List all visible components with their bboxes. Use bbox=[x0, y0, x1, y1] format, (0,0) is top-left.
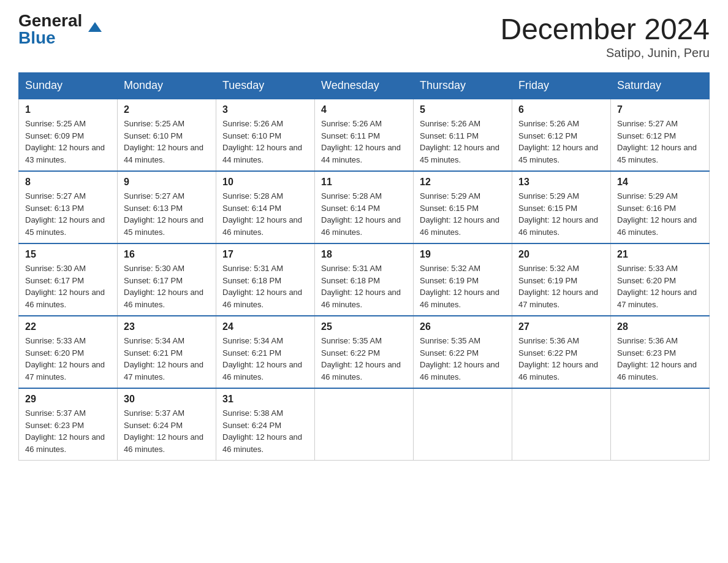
svg-marker-0 bbox=[88, 22, 102, 32]
calendar-cell: 17Sunrise: 5:31 AMSunset: 6:18 PMDayligh… bbox=[216, 243, 315, 316]
day-info: Sunrise: 5:29 AMSunset: 6:15 PMDaylight:… bbox=[518, 190, 604, 238]
day-number: 10 bbox=[222, 177, 308, 188]
day-number: 14 bbox=[617, 177, 703, 188]
weekday-header-friday: Friday bbox=[512, 73, 611, 99]
weekday-header-tuesday: Tuesday bbox=[216, 73, 315, 99]
day-info: Sunrise: 5:28 AMSunset: 6:14 PMDaylight:… bbox=[222, 190, 308, 238]
day-number: 29 bbox=[25, 394, 111, 405]
day-info: Sunrise: 5:25 AMSunset: 6:09 PMDaylight:… bbox=[25, 118, 111, 166]
calendar-cell: 8Sunrise: 5:27 AMSunset: 6:13 PMDaylight… bbox=[19, 171, 118, 243]
month-title: December 2024 bbox=[500, 12, 710, 46]
day-info: Sunrise: 5:29 AMSunset: 6:15 PMDaylight:… bbox=[420, 190, 506, 238]
calendar-cell bbox=[414, 388, 512, 461]
day-number: 30 bbox=[124, 394, 210, 405]
calendar-cell: 7Sunrise: 5:27 AMSunset: 6:12 PMDaylight… bbox=[611, 99, 710, 171]
weekday-header-monday: Monday bbox=[118, 73, 216, 99]
calendar-cell: 11Sunrise: 5:28 AMSunset: 6:14 PMDayligh… bbox=[315, 171, 414, 243]
calendar-cell: 1Sunrise: 5:25 AMSunset: 6:09 PMDaylight… bbox=[19, 99, 118, 171]
day-info: Sunrise: 5:30 AMSunset: 6:17 PMDaylight:… bbox=[124, 262, 210, 310]
day-number: 28 bbox=[617, 321, 703, 332]
day-number: 3 bbox=[222, 104, 308, 115]
day-info: Sunrise: 5:30 AMSunset: 6:17 PMDaylight:… bbox=[25, 262, 111, 310]
calendar-week-1: 1Sunrise: 5:25 AMSunset: 6:09 PMDaylight… bbox=[19, 99, 710, 171]
day-number: 11 bbox=[321, 177, 407, 188]
calendar-week-4: 22Sunrise: 5:33 AMSunset: 6:20 PMDayligh… bbox=[19, 316, 710, 388]
day-number: 23 bbox=[124, 321, 210, 332]
weekday-header-thursday: Thursday bbox=[414, 73, 512, 99]
calendar-cell bbox=[512, 388, 611, 461]
calendar-cell: 9Sunrise: 5:27 AMSunset: 6:13 PMDaylight… bbox=[118, 171, 216, 243]
day-info: Sunrise: 5:33 AMSunset: 6:20 PMDaylight:… bbox=[25, 335, 111, 383]
calendar-cell: 6Sunrise: 5:26 AMSunset: 6:12 PMDaylight… bbox=[512, 99, 611, 171]
day-number: 1 bbox=[25, 104, 111, 115]
page-header: General Blue December 2024 Satipo, Junin… bbox=[18, 12, 710, 60]
day-info: Sunrise: 5:31 AMSunset: 6:18 PMDaylight:… bbox=[222, 262, 308, 310]
day-info: Sunrise: 5:26 AMSunset: 6:11 PMDaylight:… bbox=[321, 118, 407, 166]
day-number: 20 bbox=[518, 249, 604, 260]
weekday-header-wednesday: Wednesday bbox=[315, 73, 414, 99]
day-number: 4 bbox=[321, 104, 407, 115]
weekday-header-sunday: Sunday bbox=[19, 73, 118, 99]
calendar-cell: 26Sunrise: 5:35 AMSunset: 6:22 PMDayligh… bbox=[414, 316, 512, 388]
day-info: Sunrise: 5:32 AMSunset: 6:19 PMDaylight:… bbox=[420, 262, 506, 310]
day-info: Sunrise: 5:27 AMSunset: 6:13 PMDaylight:… bbox=[25, 190, 111, 238]
calendar-cell: 25Sunrise: 5:35 AMSunset: 6:22 PMDayligh… bbox=[315, 316, 414, 388]
day-number: 22 bbox=[25, 321, 111, 332]
day-info: Sunrise: 5:37 AMSunset: 6:23 PMDaylight:… bbox=[25, 407, 111, 455]
calendar-table: SundayMondayTuesdayWednesdayThursdayFrid… bbox=[18, 72, 710, 461]
title-area: December 2024 Satipo, Junin, Peru bbox=[500, 12, 710, 60]
calendar-cell: 21Sunrise: 5:33 AMSunset: 6:20 PMDayligh… bbox=[611, 243, 710, 316]
calendar-cell: 4Sunrise: 5:26 AMSunset: 6:11 PMDaylight… bbox=[315, 99, 414, 171]
calendar-cell: 29Sunrise: 5:37 AMSunset: 6:23 PMDayligh… bbox=[19, 388, 118, 461]
calendar-cell: 18Sunrise: 5:31 AMSunset: 6:18 PMDayligh… bbox=[315, 243, 414, 316]
location-subtitle: Satipo, Junin, Peru bbox=[500, 46, 710, 60]
day-number: 5 bbox=[420, 104, 506, 115]
calendar-cell: 30Sunrise: 5:37 AMSunset: 6:24 PMDayligh… bbox=[118, 388, 216, 461]
calendar-cell: 3Sunrise: 5:26 AMSunset: 6:10 PMDaylight… bbox=[216, 99, 315, 171]
weekday-header-saturday: Saturday bbox=[611, 73, 710, 99]
day-number: 13 bbox=[518, 177, 604, 188]
day-number: 26 bbox=[420, 321, 506, 332]
logo: General Blue bbox=[18, 12, 88, 47]
day-info: Sunrise: 5:25 AMSunset: 6:10 PMDaylight:… bbox=[124, 118, 210, 166]
day-number: 18 bbox=[321, 249, 407, 260]
day-info: Sunrise: 5:26 AMSunset: 6:10 PMDaylight:… bbox=[222, 118, 308, 166]
calendar-cell: 5Sunrise: 5:26 AMSunset: 6:11 PMDaylight… bbox=[414, 99, 512, 171]
day-info: Sunrise: 5:38 AMSunset: 6:24 PMDaylight:… bbox=[222, 407, 308, 455]
day-info: Sunrise: 5:26 AMSunset: 6:12 PMDaylight:… bbox=[518, 118, 604, 166]
weekday-header-row: SundayMondayTuesdayWednesdayThursdayFrid… bbox=[19, 73, 710, 99]
day-number: 7 bbox=[617, 104, 703, 115]
calendar-cell: 27Sunrise: 5:36 AMSunset: 6:22 PMDayligh… bbox=[512, 316, 611, 388]
calendar-cell: 16Sunrise: 5:30 AMSunset: 6:17 PMDayligh… bbox=[118, 243, 216, 316]
day-info: Sunrise: 5:27 AMSunset: 6:13 PMDaylight:… bbox=[124, 190, 210, 238]
calendar-cell: 28Sunrise: 5:36 AMSunset: 6:23 PMDayligh… bbox=[611, 316, 710, 388]
day-number: 25 bbox=[321, 321, 407, 332]
day-info: Sunrise: 5:29 AMSunset: 6:16 PMDaylight:… bbox=[617, 190, 703, 238]
calendar-cell: 24Sunrise: 5:34 AMSunset: 6:21 PMDayligh… bbox=[216, 316, 315, 388]
calendar-cell: 2Sunrise: 5:25 AMSunset: 6:10 PMDaylight… bbox=[118, 99, 216, 171]
day-info: Sunrise: 5:32 AMSunset: 6:19 PMDaylight:… bbox=[518, 262, 604, 310]
calendar-cell: 15Sunrise: 5:30 AMSunset: 6:17 PMDayligh… bbox=[19, 243, 118, 316]
day-number: 24 bbox=[222, 321, 308, 332]
day-number: 31 bbox=[222, 394, 308, 405]
day-number: 21 bbox=[617, 249, 703, 260]
day-number: 9 bbox=[124, 177, 210, 188]
day-info: Sunrise: 5:36 AMSunset: 6:22 PMDaylight:… bbox=[518, 335, 604, 383]
day-info: Sunrise: 5:31 AMSunset: 6:18 PMDaylight:… bbox=[321, 262, 407, 310]
day-info: Sunrise: 5:35 AMSunset: 6:22 PMDaylight:… bbox=[321, 335, 407, 383]
calendar-week-5: 29Sunrise: 5:37 AMSunset: 6:23 PMDayligh… bbox=[19, 388, 710, 461]
calendar-cell: 22Sunrise: 5:33 AMSunset: 6:20 PMDayligh… bbox=[19, 316, 118, 388]
day-info: Sunrise: 5:37 AMSunset: 6:24 PMDaylight:… bbox=[124, 407, 210, 455]
day-info: Sunrise: 5:26 AMSunset: 6:11 PMDaylight:… bbox=[420, 118, 506, 166]
calendar-week-2: 8Sunrise: 5:27 AMSunset: 6:13 PMDaylight… bbox=[19, 171, 710, 243]
calendar-cell: 19Sunrise: 5:32 AMSunset: 6:19 PMDayligh… bbox=[414, 243, 512, 316]
day-info: Sunrise: 5:34 AMSunset: 6:21 PMDaylight:… bbox=[222, 335, 308, 383]
calendar-cell: 13Sunrise: 5:29 AMSunset: 6:15 PMDayligh… bbox=[512, 171, 611, 243]
calendar-cell bbox=[315, 388, 414, 461]
day-number: 17 bbox=[222, 249, 308, 260]
day-info: Sunrise: 5:27 AMSunset: 6:12 PMDaylight:… bbox=[617, 118, 703, 166]
calendar-cell: 10Sunrise: 5:28 AMSunset: 6:14 PMDayligh… bbox=[216, 171, 315, 243]
calendar-cell: 12Sunrise: 5:29 AMSunset: 6:15 PMDayligh… bbox=[414, 171, 512, 243]
day-number: 27 bbox=[518, 321, 604, 332]
day-info: Sunrise: 5:36 AMSunset: 6:23 PMDaylight:… bbox=[617, 335, 703, 383]
